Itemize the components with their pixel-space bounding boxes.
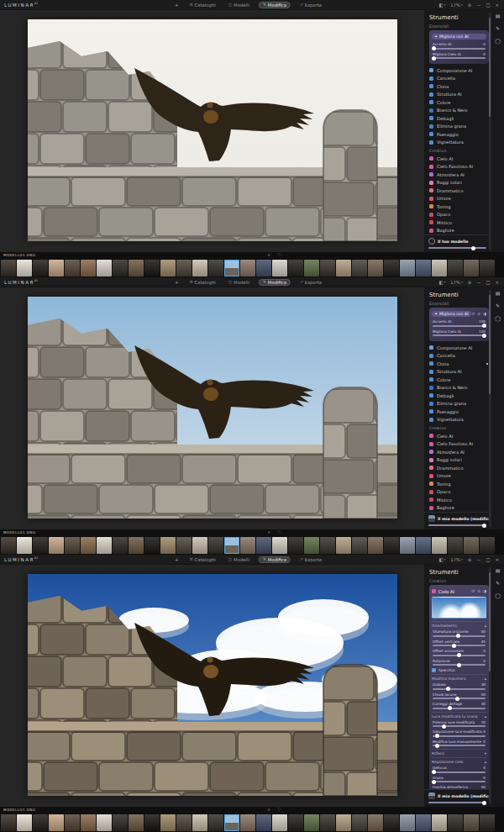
filmstrip-thumbnail[interactable] xyxy=(224,537,239,554)
filmstrip-thumbnail[interactable] xyxy=(304,260,319,276)
sidebar-scrollbar[interactable] xyxy=(489,290,491,527)
zoom-level-button[interactable]: 17%▾ xyxy=(450,280,463,285)
sidebar-item-drammatico[interactable]: Drammatico xyxy=(429,464,489,472)
filmstrip-thumbnail[interactable] xyxy=(17,537,32,554)
compare-view-button[interactable]: ◧▾ xyxy=(438,557,445,562)
filmstrip-thumbnail[interactable] xyxy=(113,537,128,554)
filmstrip-thumbnail[interactable] xyxy=(192,537,207,554)
sidebar-item-dettagli[interactable]: Dettagli xyxy=(429,114,489,123)
tab-modelli[interactable]: ◫Modelli xyxy=(225,2,253,8)
filmstrip-thumbnail[interactable] xyxy=(49,537,64,554)
sidebar-item-bianco-nero[interactable]: Bianco & Nero xyxy=(429,384,489,392)
tab-modelli[interactable]: ◫Modelli xyxy=(225,279,253,286)
mask-icon[interactable]: ◑ xyxy=(483,589,486,593)
sidebar-item-colore[interactable]: Colore xyxy=(429,98,489,107)
slider-handle[interactable] xyxy=(482,334,486,338)
sidebar-item-struttura-ai[interactable]: Struttura AI xyxy=(429,91,489,99)
sidebar-item-drammatico[interactable]: Drammatico xyxy=(429,187,489,195)
template-bar[interactable]: Il tuo modello xyxy=(424,234,491,252)
close-button[interactable]: × xyxy=(496,280,499,285)
filmstrip-thumbnail[interactable] xyxy=(336,537,351,554)
chevron-down-icon[interactable]: ▾ xyxy=(485,751,486,756)
filmstrip-thumbnail[interactable] xyxy=(288,537,303,554)
tab-esporta[interactable]: ↗Esporta xyxy=(297,556,325,563)
sidebar-item-opaco[interactable]: Opaco xyxy=(429,488,489,497)
slider-handle[interactable] xyxy=(455,697,459,701)
filmstrip-thumbnail[interactable] xyxy=(65,537,80,554)
sidebar-item-bagliore[interactable]: Bagliore xyxy=(429,504,489,513)
template-slider-track[interactable] xyxy=(428,247,486,249)
filmstrip-thumbnail[interactable] xyxy=(336,260,351,276)
slider-track[interactable] xyxy=(433,771,486,773)
filmstrip-thumbnail[interactable] xyxy=(448,814,463,831)
reject-icon[interactable]: × xyxy=(267,807,270,812)
sidebar-item-umore[interactable]: Umore xyxy=(429,472,489,481)
filmstrip-thumbnail[interactable] xyxy=(368,260,383,276)
sidebar-item-cancella[interactable]: Cancella xyxy=(429,352,489,361)
filmstrip-thumbnail[interactable] xyxy=(97,260,112,276)
slider-handle[interactable] xyxy=(432,56,436,61)
slider-track[interactable] xyxy=(433,735,486,737)
sidebar-item-elimina-grana[interactable]: Elimina grana xyxy=(429,123,489,131)
filmstrip-thumbnail[interactable] xyxy=(480,537,495,554)
slider-handle[interactable] xyxy=(452,644,456,648)
filmstrip-thumbnail[interactable] xyxy=(97,537,112,554)
filmstrip-thumbnail[interactable] xyxy=(384,537,399,554)
sidebar-item-mistico[interactable]: Mistico xyxy=(429,496,489,504)
chevron-up-icon[interactable]: ▴ xyxy=(485,760,486,764)
filmstrip-thumbnail[interactable] xyxy=(256,260,271,276)
info-icon[interactable]: ◯ xyxy=(495,38,501,44)
favorite-icon[interactable]: ♡ xyxy=(277,807,281,812)
add-tab-button[interactable]: + xyxy=(173,556,181,563)
enhance-ai-header[interactable]: ✦Migliora con AI↺⊙◑ xyxy=(432,310,486,318)
filmstrip-thumbnail[interactable] xyxy=(368,537,383,554)
filmstrip-thumbnail[interactable] xyxy=(448,537,463,554)
filmstrip-thumbnail[interactable] xyxy=(464,814,479,831)
filmstrip-thumbnail[interactable] xyxy=(1,537,16,554)
filmstrip-thumbnail[interactable] xyxy=(352,260,367,276)
sky-section-header[interactable]: Regolazione cielo▴ xyxy=(432,760,486,764)
maximize-button[interactable]: □ xyxy=(486,557,491,562)
sidebar-item-raggi-solari[interactable]: Raggi solari xyxy=(429,179,489,187)
sidebar-item-cielo-ai[interactable]: Cielo AI xyxy=(429,155,489,163)
reject-icon[interactable]: × xyxy=(267,252,270,257)
template-slider-track[interactable] xyxy=(428,524,486,526)
sky-section-header[interactable]: Modifica maschera▴ xyxy=(432,677,486,681)
tab-cataloghi[interactable]: ⊞Cataloghi xyxy=(186,279,219,286)
filmstrip-thumbnail[interactable] xyxy=(129,814,144,831)
tab-cataloghi[interactable]: ⊞Cataloghi xyxy=(186,2,219,8)
slider-handle[interactable] xyxy=(432,46,436,50)
sidebar-item-atmosfera-ai[interactable]: Atmosfera AI xyxy=(429,171,489,179)
filmstrip-thumbnail[interactable] xyxy=(224,260,239,276)
filmstrip-thumbnail[interactable] xyxy=(320,260,335,276)
filmstrip-thumbnail[interactable] xyxy=(288,814,303,831)
filmstrip-thumbnail[interactable] xyxy=(160,537,176,554)
filmstrip-thumbnail[interactable] xyxy=(256,814,271,831)
slider-handle[interactable] xyxy=(442,724,446,729)
maximize-button[interactable]: □ xyxy=(486,3,491,8)
slider-handle[interactable] xyxy=(432,770,436,774)
enhance-ai-title-pill[interactable]: ✦Migliora con AI xyxy=(432,311,471,317)
filmstrip-thumbnail[interactable] xyxy=(160,260,176,276)
filmstrip-thumbnail[interactable] xyxy=(49,260,64,276)
filmstrip-thumbnail[interactable] xyxy=(448,260,463,276)
sidebar-item-cancella[interactable]: Cancella xyxy=(429,75,489,83)
sidebar-item-atmosfera-ai[interactable]: Atmosfera AI xyxy=(429,448,489,456)
filmstrip-thumbnail[interactable] xyxy=(400,260,415,276)
filmstrip-thumbnail[interactable] xyxy=(65,260,80,276)
add-tab-button[interactable]: + xyxy=(173,278,181,286)
brush-icon[interactable]: ✎ xyxy=(496,580,500,586)
close-button[interactable]: × xyxy=(496,3,499,8)
enhance-ai-header[interactable]: ✦Migliora con AI xyxy=(432,33,486,40)
filmstrip-thumbnail[interactable] xyxy=(17,260,32,276)
sidebar-item-vignettatura[interactable]: Vignettatura xyxy=(429,139,489,147)
filmstrip-thumbnail[interactable] xyxy=(240,537,255,554)
compare-view-button[interactable]: ◧▾ xyxy=(438,280,445,285)
filmstrip-thumbnail[interactable] xyxy=(240,260,255,276)
filmstrip-thumbnail[interactable] xyxy=(144,260,160,276)
filmstrip-thumbnail[interactable] xyxy=(320,814,335,831)
photo-canvas[interactable] xyxy=(28,19,397,241)
template-slider-track[interactable] xyxy=(428,802,486,803)
sidebar-item-opaco[interactable]: Opaco xyxy=(429,211,489,219)
filmstrip-thumbnail[interactable] xyxy=(81,260,96,276)
